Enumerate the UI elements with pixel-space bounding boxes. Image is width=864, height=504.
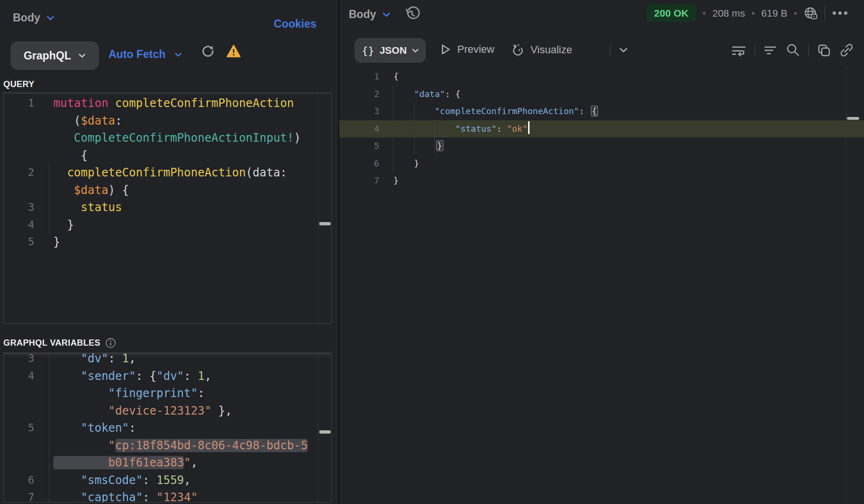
text-caret xyxy=(528,121,530,134)
response-history-button[interactable] xyxy=(404,6,420,22)
response-pane: Body 200 OK 208 ms 619 B xyxy=(339,0,864,504)
history-icon xyxy=(404,6,420,22)
body-type-dropdown[interactable]: GraphQL xyxy=(10,41,99,70)
code-line[interactable]: { xyxy=(4,147,331,165)
chevron-down-icon xyxy=(79,53,86,58)
auto-fetch-label: Auto Fetch xyxy=(108,48,166,61)
code-line[interactable]: 6 "smsCode": 1559, xyxy=(4,472,331,489)
filter-icon[interactable] xyxy=(763,44,777,57)
search-icon[interactable] xyxy=(785,43,800,58)
preview-button[interactable]: Preview xyxy=(440,43,494,56)
code-line[interactable]: CompleteConfirmPhoneActionInput!) xyxy=(4,129,331,147)
code-line[interactable]: "device-123123" }, xyxy=(4,402,331,420)
line-number: 2 xyxy=(4,164,34,182)
indent-guide xyxy=(414,103,414,155)
code-line[interactable]: 6 } xyxy=(339,155,864,173)
line-number: 5 xyxy=(4,419,34,437)
code-line[interactable]: 5 "token": xyxy=(4,419,331,437)
chevron-down-icon xyxy=(47,16,54,20)
line-number: 2 xyxy=(339,86,379,103)
visualize-label: Visualize xyxy=(530,44,572,56)
code-text: } xyxy=(379,137,443,155)
line-number: 3 xyxy=(4,353,34,368)
code-text: "dv": 1, xyxy=(34,353,136,368)
code-line[interactable]: 2 completeConfirmPhoneAction(data: xyxy=(4,164,331,182)
scrollbar-thumb[interactable] xyxy=(319,430,331,434)
code-line[interactable]: "fingerprint": xyxy=(4,385,331,402)
line-number: 1 xyxy=(4,95,34,112)
graphql-variables-editor[interactable]: 3 "dv": 1,4 "sender": {"dv": 1, "fingerp… xyxy=(3,353,332,503)
more-views-dropdown[interactable] xyxy=(619,48,628,53)
indent-guide xyxy=(393,85,393,172)
code-line[interactable]: "cp:18f854bd-8c06-4c98-bdcb-5 xyxy=(4,437,331,455)
code-text: "fingerprint": xyxy=(34,385,205,402)
variables-section-header: GRAPHQL VARIABLES xyxy=(3,338,116,349)
chevron-down-icon xyxy=(383,12,390,17)
code-text: "token": xyxy=(34,419,136,437)
code-line[interactable]: b01f61ea383", xyxy=(4,454,331,472)
code-text: "smsCode": 1559, xyxy=(34,472,191,489)
code-text: completeConfirmPhoneAction(data: xyxy=(34,164,287,182)
code-text: CompleteConfirmPhoneActionInput!) xyxy=(34,129,301,147)
separator-dot xyxy=(752,12,755,15)
line-number: 6 xyxy=(4,472,34,489)
line-number: 1 xyxy=(339,68,379,86)
code-line[interactable]: 3 "dv": 1, xyxy=(4,353,331,368)
response-tools xyxy=(731,43,854,58)
code-text: "completeConfirmPhoneAction": { xyxy=(379,103,598,120)
info-icon[interactable] xyxy=(105,338,116,349)
response-body-editor[interactable]: 1{2 "data": {3 "completeConfirmPhoneActi… xyxy=(339,62,864,504)
code-line[interactable]: 4 "sender": {"dv": 1, xyxy=(4,368,331,385)
code-line[interactable]: 3 "completeConfirmPhoneAction": { xyxy=(339,103,864,120)
code-line[interactable]: 5} xyxy=(4,233,331,251)
scrollbar-track xyxy=(318,353,318,502)
scrollbar-thumb[interactable] xyxy=(847,117,859,120)
visualize-button[interactable]: Visualize xyxy=(511,43,572,57)
code-line[interactable]: 4 } xyxy=(4,216,331,234)
response-meta-row: 200 OK 208 ms 619 B xyxy=(647,4,848,22)
graphql-query-editor[interactable]: 1mutation completeConfirmPhoneAction ($d… xyxy=(3,93,332,324)
cookies-link[interactable]: Cookies xyxy=(274,18,316,30)
auto-fetch-dropdown[interactable]: Auto Fetch xyxy=(108,48,182,61)
divider xyxy=(825,6,825,20)
query-section-label: QUERY xyxy=(3,79,34,89)
refresh-icon xyxy=(201,44,215,58)
divider xyxy=(808,44,809,57)
code-line[interactable]: $data) { xyxy=(4,182,331,199)
chevron-down-icon xyxy=(175,52,182,57)
request-pane: Body Cookies GraphQL Auto Fetch xyxy=(0,0,338,504)
query-code-rows: 1mutation completeConfirmPhoneAction ($d… xyxy=(4,95,331,251)
code-line[interactable]: 2 "data": { xyxy=(339,86,864,103)
code-line[interactable]: 7} xyxy=(339,172,864,190)
code-line[interactable]: ($data: xyxy=(4,112,331,130)
word-wrap-icon[interactable] xyxy=(731,44,746,57)
line-number: 5 xyxy=(339,137,379,155)
schema-warning-button[interactable] xyxy=(226,45,241,58)
scrollbar-thumb[interactable] xyxy=(319,222,331,225)
code-text: $data) { xyxy=(34,182,129,199)
code-line[interactable]: 4 "status": "ok" xyxy=(339,120,864,138)
line-number: 4 xyxy=(4,368,34,385)
indent-guide xyxy=(434,120,435,155)
code-text: "sender": {"dv": 1, xyxy=(34,368,211,385)
code-line[interactable]: 3 status xyxy=(4,199,331,216)
line-number: 7 xyxy=(4,489,34,503)
link-icon[interactable] xyxy=(839,43,854,58)
refresh-schema-button[interactable] xyxy=(201,44,215,58)
indent-guide xyxy=(49,353,49,502)
request-body-dropdown[interactable]: Body xyxy=(13,11,54,24)
response-body-dropdown[interactable]: Body xyxy=(349,8,390,21)
response-format-dropdown[interactable]: {} JSON xyxy=(354,38,426,63)
more-options-button[interactable] xyxy=(832,10,848,17)
globe-lock-icon xyxy=(804,6,818,20)
response-size: 619 B xyxy=(761,8,787,19)
code-text: ($data: xyxy=(34,112,122,130)
response-time: 208 ms xyxy=(712,8,745,19)
sparkle-icon xyxy=(511,43,525,57)
code-text: { xyxy=(379,68,399,86)
code-line[interactable]: 1{ xyxy=(339,68,864,86)
code-line[interactable]: 1mutation completeConfirmPhoneAction xyxy=(4,95,331,112)
code-line[interactable]: 7 "captcha": "1234" xyxy=(4,489,331,503)
copy-icon[interactable] xyxy=(817,43,831,58)
code-line[interactable]: 5 } xyxy=(339,137,864,155)
